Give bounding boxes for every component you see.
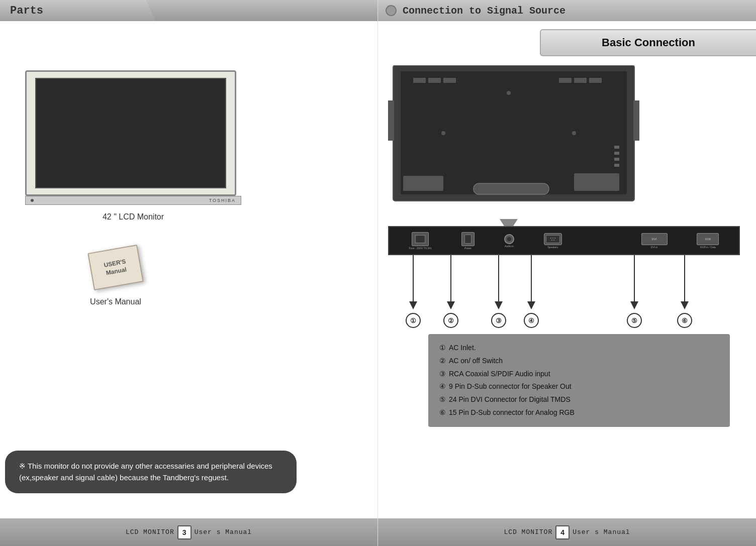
connector-6-icon: RGB [697, 233, 719, 245]
connector-4-icon [544, 233, 562, 245]
svg-rect-17 [388, 100, 394, 141]
svg-rect-18 [633, 100, 639, 141]
desc-num-4: ④ [439, 381, 446, 393]
right-footer-text2: User s Manual [573, 528, 630, 536]
svg-text:②: ② [448, 317, 454, 324]
desc-item-2: ② AC on/ off Switch [439, 355, 719, 367]
svg-rect-4 [443, 78, 456, 83]
svg-rect-19 [474, 183, 549, 194]
svg-rect-13 [614, 146, 619, 149]
monitor-base: TOSHIBA [25, 196, 241, 205]
desc-num-3: ③ [439, 368, 446, 380]
connector-2: Power [461, 232, 475, 250]
svg-rect-11 [403, 176, 443, 191]
svg-rect-2 [413, 78, 426, 83]
manual-cover: USER'S Manual [87, 245, 144, 290]
desc-item-4: ④ 9 Pin D-Sub connector for Speaker Out [439, 381, 719, 393]
left-footer-text1: LCD MONITOR [126, 528, 174, 536]
left-footer-text2: User s Manual [195, 528, 252, 536]
svg-text:⑤: ⑤ [631, 317, 637, 324]
left-footer: LCD MONITOR 3 User s Manual [0, 518, 377, 546]
connector-1-label: Fuse : 250V/ T6.3AL [409, 247, 432, 250]
description-list: ① AC Inlet. ② AC on/ off Switch ③ RCA Co… [439, 342, 719, 419]
svg-rect-15 [614, 158, 619, 161]
manual-illustration: USER'S Manual User's Manual [60, 246, 171, 306]
svg-rect-3 [428, 78, 441, 83]
connector-5: DVI DVI in [641, 233, 668, 249]
desc-num-2: ② [439, 355, 446, 367]
desc-item-5: ⑤ 24 Pin DVI Connector for Digital TMDS [439, 394, 719, 406]
svg-point-10 [572, 131, 576, 135]
svg-text:①: ① [410, 317, 416, 324]
monitor-indicator [31, 199, 34, 202]
svg-text:③: ③ [496, 317, 502, 324]
svg-text:④: ④ [528, 317, 534, 324]
monitor-brand: TOSHIBA [209, 198, 236, 203]
connector-strip: Fuse : 250V/ T6.3AL Power Audio in [388, 226, 740, 255]
svg-text:⑥: ⑥ [682, 317, 688, 324]
right-page-number: 4 [555, 525, 570, 539]
left-header-title: Parts [10, 5, 43, 17]
right-header-title: Connection to Signal Source [403, 5, 565, 17]
desc-text-2: AC on/ off Switch [449, 355, 503, 367]
connector-1-icon [412, 232, 429, 246]
monitor-label: 42 " LCD Monitor [25, 212, 241, 222]
notice-symbol: ※ [19, 462, 26, 470]
desc-item-3: ③ RCA Coaxial S/PDIF Audio input [439, 368, 719, 380]
desc-text-6: 15 Pin D-Sub connector for Analog RGB [449, 407, 575, 419]
manual-book: USER'S Manual [85, 246, 146, 291]
connector-6: RGB RGB in / Data [697, 233, 719, 249]
connector-6-label: RGB in / Data [700, 246, 716, 249]
notice-content: This monitor do not provide any other ac… [19, 462, 272, 482]
notice-text: ※ This monitor do not provide any other … [19, 461, 282, 483]
desc-text-4: 9 Pin D-Sub connector for Speaker Out [449, 381, 572, 393]
connector-4-label: Speakers [547, 246, 558, 249]
svg-rect-12 [574, 173, 619, 191]
left-page-number: 3 [177, 525, 192, 539]
monitor-back-area [388, 65, 639, 218]
desc-num-6: ⑥ [439, 407, 446, 419]
connector-2-icon [461, 232, 475, 246]
basic-connection-label: Basic Connection [602, 36, 695, 49]
svg-rect-16 [614, 164, 619, 167]
monitor-screen [35, 78, 226, 188]
left-panel: Parts TOSHIBA 42 " LCD Monitor USER'S Ma… [0, 0, 378, 546]
svg-rect-5 [559, 78, 572, 83]
connector-1: Fuse : 250V/ T6.3AL [409, 232, 432, 250]
connector-3-label: Audio in [505, 245, 514, 248]
monitor-frame [25, 70, 236, 196]
connector-5-icon: DVI [641, 233, 668, 245]
svg-rect-14 [614, 152, 619, 155]
right-footer: LCD MONITOR 4 User s Manual [378, 518, 756, 546]
connector-4: Speakers [544, 233, 562, 249]
connector-strip-area: Fuse : 250V/ T6.3AL Power Audio in [388, 226, 745, 336]
connector-3: Audio in [504, 234, 514, 248]
desc-item-6: ⑥ 15 Pin D-Sub connector for Analog RGB [439, 407, 719, 419]
connector-5-label: DVI in [651, 246, 658, 249]
connector-3-icon [504, 234, 514, 244]
basic-connection-badge: Basic Connection [540, 29, 756, 56]
svg-rect-7 [589, 78, 602, 83]
svg-point-9 [441, 131, 445, 135]
manual-label: User's Manual [60, 297, 171, 306]
description-box: ① AC Inlet. ② AC on/ off Switch ③ RCA Co… [428, 334, 730, 427]
desc-text-5: 24 Pin DVI Connector for Digital TMDS [449, 394, 571, 406]
header-circle-icon [386, 5, 397, 16]
svg-point-8 [507, 91, 511, 95]
desc-text-3: RCA Coaxial S/PDIF Audio input [449, 368, 550, 380]
desc-num-5: ⑤ [439, 394, 446, 406]
connector-2-label: Power [464, 247, 471, 250]
right-footer-text1: LCD MONITOR [504, 528, 552, 536]
right-header: Connection to Signal Source [378, 0, 756, 21]
desc-item-1: ① AC Inlet. [439, 342, 719, 354]
monitor-illustration: TOSHIBA 42 " LCD Monitor [25, 70, 241, 222]
svg-rect-6 [574, 78, 587, 83]
right-panel: Connection to Signal Source Basic Connec… [378, 0, 756, 546]
desc-num-1: ① [439, 342, 446, 354]
notice-box: ※ This monitor do not provide any other … [5, 451, 297, 493]
monitor-back-svg [388, 65, 639, 216]
arrows-svg: ① ② ③ ④ ⑤ ⑥ [388, 255, 740, 336]
desc-text-1: AC Inlet. [449, 342, 476, 354]
